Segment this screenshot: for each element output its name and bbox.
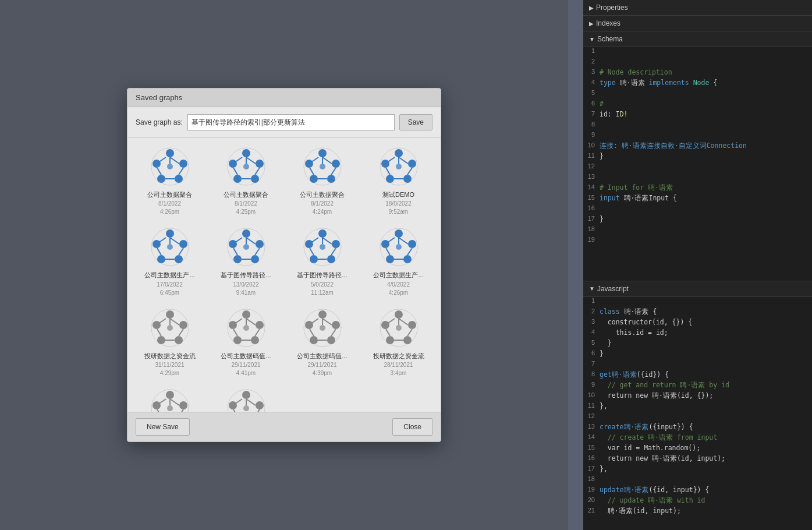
svg-line-102: [386, 248, 390, 255]
graph-item[interactable]: 投研数据之资金流28/11/2021 3:4pm: [363, 305, 434, 380]
svg-point-136: [320, 325, 325, 331]
save-button[interactable]: Save: [399, 114, 432, 130]
graphs-scroll-area[interactable]: 公司主数据聚合8/1/2022 4:26pm 公司主数据聚合8/1/2022 4…: [127, 138, 441, 412]
graph-item[interactable]: 公司主数据码值...29/11/2021 4:39pm: [287, 305, 357, 380]
code-line: 6}: [583, 349, 812, 360]
line-number: 4: [583, 328, 600, 335]
graph-item[interactable]: 基于图传导路径...5/0/2022 11:12am: [287, 224, 357, 299]
code-line: 11},: [583, 402, 812, 412]
code-line: 1: [583, 297, 812, 308]
line-number: 17: [583, 465, 600, 472]
graph-icon: [226, 308, 267, 348]
svg-line-138: [322, 319, 332, 325]
graph-item[interactable]: 公司主数据码值...23/11/2021 4:32pm: [211, 386, 281, 412]
svg-line-37: [310, 168, 314, 175]
svg-line-47: [399, 157, 408, 164]
line-content: }: [600, 152, 604, 160]
right-panel: Properties Indexes Schema 123# Node desc…: [583, 0, 812, 530]
line-number: 8: [583, 121, 600, 128]
svg-point-32: [320, 164, 325, 169]
svg-line-152: [407, 329, 412, 336]
line-content: input 聘·语素Input {: [600, 194, 677, 203]
svg-point-107: [175, 336, 183, 344]
graph-item[interactable]: 公司主数据生产...17/0/2022 6:45pm: [134, 224, 205, 299]
line-number: 2: [583, 308, 600, 315]
line-number: 16: [583, 204, 600, 211]
svg-point-58: [167, 244, 173, 250]
svg-point-16: [251, 175, 259, 183]
graph-date: 29/11/2021 4:39pm: [307, 361, 336, 377]
svg-line-48: [407, 168, 412, 175]
graph-date: 8/1/2022 4:25pm: [235, 200, 257, 216]
svg-line-139: [331, 329, 336, 336]
svg-point-145: [408, 321, 416, 329]
svg-point-17: [233, 175, 242, 183]
graph-date: 8/1/2022 4:26pm: [158, 200, 181, 216]
code-line: 21 聘·语素(id, input);: [583, 507, 812, 517]
line-number: 18: [583, 225, 600, 232]
code-line: 6#: [583, 100, 812, 110]
graph-item[interactable]: 公司主数据聚合8/1/2022 4:24pm: [287, 144, 357, 218]
graph-icon: [150, 388, 190, 412]
line-number: 12: [583, 412, 600, 419]
graph-item[interactable]: 公司主数据聚合8/1/2022 4:25pm: [211, 144, 281, 218]
properties-section-header[interactable]: Properties: [583, 0, 812, 16]
graph-item[interactable]: 公司主数据生产...24/11/2021 10:40am: [134, 386, 205, 412]
svg-line-113: [179, 329, 183, 336]
schema-section-header[interactable]: Schema: [583, 31, 812, 47]
graph-item[interactable]: 公司主数据码值...29/11/2021 4:41pm: [211, 305, 281, 380]
graph-date: 29/11/2021 4:41pm: [231, 361, 260, 377]
svg-point-92: [395, 229, 403, 238]
graph-item[interactable]: 公司主数据聚合8/1/2022 4:26pm: [134, 144, 205, 218]
svg-point-94: [403, 255, 412, 263]
line-number: 1: [583, 297, 600, 304]
graph-date: 28/11/2021 3:4pm: [384, 361, 413, 377]
javascript-section-header[interactable]: Javascript: [583, 281, 812, 297]
svg-line-76: [233, 248, 237, 255]
indexes-section-header[interactable]: Indexes: [583, 16, 812, 31]
graph-icon: [302, 227, 343, 267]
graph-name: 公司主数据生产...: [373, 271, 423, 279]
close-button[interactable]: Close: [392, 418, 432, 436]
graph-date: 31/11/2021 4:29pm: [155, 361, 184, 377]
modal-title: Saved graphs: [127, 89, 441, 107]
svg-point-158: [179, 401, 187, 409]
code-line: 13create聘·语素({input}) {: [583, 423, 812, 433]
graph-item[interactable]: 公司主数据生产...4/0/2022 4:26pm: [363, 224, 434, 299]
code-line: 4type 聘·语素 implements Node {: [583, 79, 812, 89]
properties-label: Properties: [596, 3, 628, 12]
graph-item[interactable]: 测试DEMO18/0/2022 9:52am: [363, 144, 434, 218]
svg-point-80: [332, 240, 340, 248]
svg-point-81: [327, 255, 335, 263]
line-content: },: [600, 465, 608, 473]
line-content: }: [600, 349, 604, 358]
svg-point-66: [242, 229, 250, 238]
code-line: 15input 聘·语素Input {: [583, 194, 812, 204]
line-content: 聘·语素(id, input);: [600, 507, 681, 515]
code-line: 20 // update 聘·语素 with id: [583, 496, 812, 507]
line-number: 2: [583, 58, 600, 65]
line-content: #: [600, 100, 604, 108]
graph-date: 5/0/2022 11:12am: [311, 281, 334, 297]
graph-icon: [226, 146, 267, 187]
svg-point-55: [175, 255, 183, 263]
javascript-label: Javascript: [597, 285, 629, 293]
svg-point-68: [251, 255, 259, 263]
graph-item[interactable]: 基于图传导路径...13/0/2022 9:41am: [211, 224, 281, 299]
svg-point-133: [327, 336, 335, 344]
svg-point-144: [395, 310, 403, 319]
code-line: 10连接: 聘·语素连接自救·自定义词Connection: [583, 142, 812, 152]
save-graph-input[interactable]: [187, 114, 395, 130]
graph-name: 测试DEMO: [382, 190, 414, 199]
line-number: 15: [583, 444, 600, 451]
code-line: 19: [583, 236, 812, 246]
code-line: 10 return new 聘·语素(id, {});: [583, 391, 812, 402]
line-content: // create 聘·语素 from input: [600, 433, 717, 442]
svg-point-82: [310, 255, 318, 263]
line-number: 15: [583, 194, 600, 201]
graph-item[interactable]: 投研数据之资金流31/11/2021 4:29pm: [134, 305, 205, 380]
indexes-label: Indexes: [596, 19, 620, 27]
new-save-button[interactable]: New Save: [136, 418, 190, 436]
svg-line-24: [233, 168, 237, 175]
svg-line-115: [157, 329, 161, 336]
